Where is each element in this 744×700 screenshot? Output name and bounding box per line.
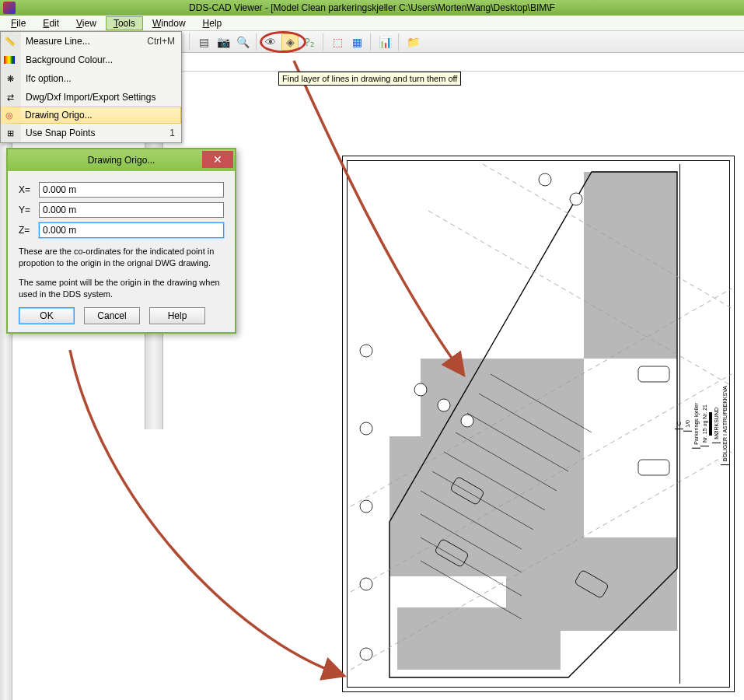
svg-point-24	[438, 399, 450, 411]
palette-icon	[4, 56, 15, 64]
svg-line-12	[351, 374, 732, 592]
z-label: Z=	[19, 225, 39, 236]
snap-icon: ⊞	[4, 127, 16, 139]
svg-point-16	[360, 345, 372, 357]
toolbar-separator	[398, 33, 400, 51]
import-export-icon: ⇄	[4, 91, 16, 103]
menu-item-label: Drawing Origo...	[20, 110, 174, 121]
svg-point-22	[570, 193, 582, 205]
dialog-paragraph-2: The same point will be the origin in the…	[19, 277, 224, 300]
toolbar-separator	[323, 33, 324, 51]
svg-rect-29	[575, 569, 610, 598]
menu-item-measure-line[interactable]: 📏 Measure Line... Ctrl+M	[1, 32, 181, 51]
menu-item-label: Use Snap Points	[21, 128, 169, 138]
menu-item-ifc-option[interactable]: ❋ Ifc option...	[1, 69, 181, 88]
svg-point-23	[414, 383, 427, 396]
titleblock-line3: Nr. 15 og Nr. 21	[700, 401, 709, 446]
svg-line-5	[444, 452, 545, 510]
svg-line-11	[351, 289, 732, 506]
svg-line-10	[421, 561, 522, 619]
menu-item-background-colour[interactable]: Background Colour...	[1, 51, 181, 69]
toolbar-btn-grid[interactable]: ▦	[348, 33, 365, 51]
help-button[interactable]: Help	[149, 307, 205, 324]
menu-help[interactable]: Help	[195, 16, 230, 30]
titleblock-logo	[709, 412, 712, 436]
y-input[interactable]	[39, 202, 224, 218]
menu-view[interactable]: View	[68, 16, 104, 30]
menu-item-use-snap-points[interactable]: ⊞ Use Snap Points 1	[1, 124, 181, 142]
menu-item-shortcut: Ctrl+M	[147, 36, 175, 47]
toolbar-btn-chart[interactable]: 📊	[376, 33, 393, 51]
svg-marker-0	[389, 172, 677, 677]
svg-line-7	[421, 491, 522, 549]
titleblock-line1: BOLIGER I ASTRUPBEKKSVA	[721, 383, 729, 465]
svg-rect-26	[638, 366, 669, 382]
z-input[interactable]	[39, 222, 224, 238]
ruler-icon: 📏	[4, 35, 16, 47]
menu-tools[interactable]: Tools	[106, 16, 143, 30]
toolbar-btn-1[interactable]: ▤	[195, 33, 212, 51]
drawing-canvas[interactable]: BOLIGER I ASTRUPBEKKSVA MØRKSUND Nr. 15 …	[342, 156, 735, 692]
ifc-icon: ❋	[4, 72, 16, 85]
close-icon: ✕	[213, 153, 222, 166]
svg-line-13	[351, 452, 732, 670]
menu-edit[interactable]: Edit	[35, 16, 67, 30]
menu-item-label: Ifc option...	[21, 73, 175, 84]
toolbar-separator	[189, 33, 190, 51]
toolbar-btn-zoom[interactable]: 🔍	[234, 33, 251, 51]
menu-item-dwg-dxf-settings[interactable]: ⇄ Dwg/Dxf Import/Export Settings	[1, 88, 181, 107]
svg-point-21	[539, 173, 551, 186]
svg-line-6	[432, 471, 533, 530]
svg-line-1	[491, 374, 592, 432]
toolbar-btn-folder[interactable]: 📁	[404, 33, 421, 51]
titleblock-line4: Parkerings kjeller	[692, 400, 700, 449]
cancel-button[interactable]: Cancel	[84, 307, 140, 324]
drawing-origo-dialog: Drawing Origo... ✕ X= Y= Z= These are th…	[6, 148, 236, 334]
toolbar-btn-layer-find[interactable]: ◈	[281, 33, 299, 51]
titleblock-sheet: 1/0	[683, 417, 692, 432]
window-title: DDS-CAD Viewer - [Model Clean parkerings…	[189, 2, 555, 13]
menu-item-label: Dwg/Dxf Import/Export Settings	[21, 92, 175, 103]
titleblock-rev: C	[675, 418, 683, 429]
drawing-title-block: BOLIGER I ASTRUPBEKKSVA MØRKSUND Nr. 15 …	[679, 164, 729, 684]
toolbar-separator	[256, 33, 257, 51]
svg-point-20	[360, 648, 372, 660]
menu-window[interactable]: Window	[145, 16, 194, 30]
svg-rect-28	[435, 538, 470, 567]
toolbar-btn-help2[interactable]: ?₂	[301, 33, 318, 51]
menu-item-label: Measure Line...	[21, 36, 147, 47]
svg-point-25	[461, 415, 473, 427]
svg-line-3	[467, 413, 568, 471]
svg-point-17	[360, 422, 372, 435]
toolbar-btn-node[interactable]: ⬚	[329, 33, 346, 51]
dialog-paragraph-1: These are the co-ordinates for the indic…	[19, 246, 224, 269]
svg-line-9	[421, 537, 522, 596]
window-titlebar: DDS-CAD Viewer - [Model Clean parkerings…	[0, 0, 744, 16]
svg-rect-27	[638, 460, 669, 475]
svg-rect-30	[450, 476, 485, 505]
titleblock-line2: MØRKSUND	[712, 404, 721, 443]
dialog-close-button[interactable]: ✕	[202, 151, 233, 168]
x-label: X=	[19, 184, 39, 195]
menu-file[interactable]: File	[3, 16, 33, 30]
tooltip: Find layer of lines in drawing and turn …	[278, 72, 461, 86]
menu-item-drawing-origo[interactable]: ◎ Drawing Origo...	[1, 107, 181, 124]
svg-point-18	[360, 500, 372, 513]
dialog-title: Drawing Origo...	[88, 155, 155, 166]
ok-button[interactable]: OK	[19, 307, 75, 324]
svg-point-19	[360, 578, 372, 590]
dialog-body: X= Y= Z= These are the co-ordinates for …	[8, 171, 235, 332]
menubar: File Edit View Tools Window Help	[0, 16, 744, 31]
dialog-titlebar[interactable]: Drawing Origo... ✕	[8, 149, 235, 171]
svg-line-4	[456, 432, 557, 491]
app-icon	[3, 2, 16, 14]
toolbar-btn-eye[interactable]: 👁	[262, 33, 279, 51]
origo-icon: ◎	[3, 109, 16, 121]
svg-line-2	[479, 394, 580, 452]
toolbar-btn-camera[interactable]: 📷	[215, 33, 232, 51]
x-input[interactable]	[39, 182, 224, 198]
y-label: Y=	[19, 205, 39, 215]
menu-item-label: Background Colour...	[21, 54, 175, 65]
toolbar-separator	[370, 33, 372, 51]
tools-dropdown: 📏 Measure Line... Ctrl+M Background Colo…	[0, 31, 182, 143]
